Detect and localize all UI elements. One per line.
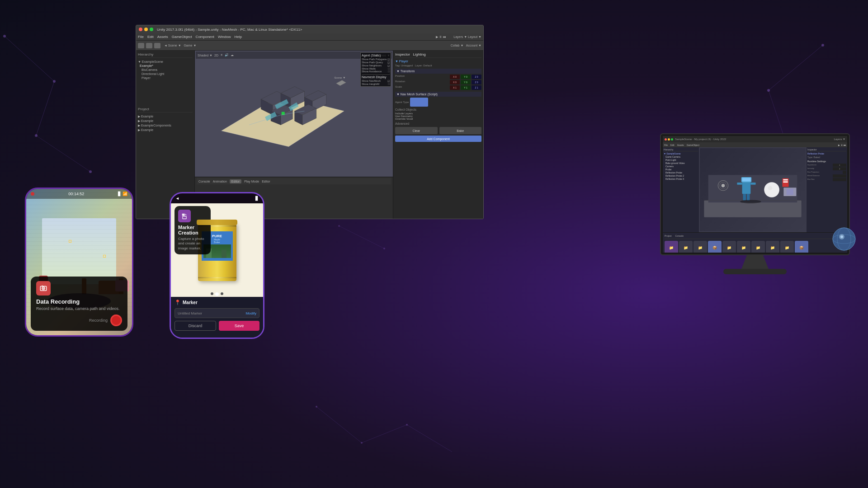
monitor-point-light[interactable]: Point Light	[665, 159, 698, 161]
monitor-refl-probe-2[interactable]: Reflection Probe 2	[665, 174, 698, 177]
svg-rect-60	[743, 194, 746, 200]
discard-button[interactable]: Discard	[175, 321, 216, 331]
save-button[interactable]: Save	[219, 321, 259, 331]
asset-folder-2[interactable]: 📁	[679, 241, 693, 253]
marker-svg-icon	[181, 213, 188, 219]
menu-file[interactable]: File	[138, 35, 144, 39]
monitor-main-area: Hierarchy ▼ SampleScene Game Camera Poin…	[663, 147, 847, 232]
phone-marker-bottom-bar: 📍 Marker Untitled Marker Modify Discard …	[171, 297, 263, 338]
marker-label-row: 📍 Marker	[175, 300, 259, 305]
can-top	[197, 220, 237, 225]
monitor-game-camera[interactable]: Game Camera	[665, 155, 698, 158]
record-indicator	[31, 192, 34, 196]
asset-folder-3[interactable]: 📁	[693, 241, 707, 253]
can-tree-2	[222, 250, 226, 258]
unity-desktop-monitor: SampleScene - My project (4) - Unity 202…	[660, 133, 850, 273]
svg-rect-58	[737, 183, 742, 185]
unity-menubar[interactable]: File Edit Assets GameObject Component Wi…	[136, 33, 483, 41]
monitor-menu-go[interactable]: GameObject	[687, 144, 699, 146]
project-tab[interactable]: Project	[665, 235, 672, 238]
record-button[interactable]	[110, 314, 122, 326]
svg-point-77	[840, 235, 843, 238]
asset-folder-5[interactable]: 📁	[737, 241, 750, 253]
data-recording-icon	[36, 281, 51, 296]
svg-rect-65	[783, 179, 788, 181]
add-component-button[interactable]: Add Component	[395, 136, 481, 142]
inspector-transform: ▼ Transform	[395, 69, 481, 74]
console-tab[interactable]: Console	[675, 235, 684, 238]
menu-component[interactable]: Component	[196, 35, 214, 39]
asset-folder-1[interactable]: 📁	[665, 241, 678, 253]
monitor-hierarchy-title: Hierarchy	[664, 148, 698, 151]
inspector-navmesh: ▼ Nav Mesh Surface (Script)	[395, 92, 481, 97]
monitor-menubar: File Edit Assets GameObject ▶ ⏸ ⏭	[663, 142, 847, 147]
phone-status-bar-marker: ◄ ▊	[171, 193, 263, 203]
asset-folder-8[interactable]: 📁	[780, 241, 794, 253]
marker-name-input[interactable]: Untitled Marker Modify	[175, 308, 259, 318]
monitor-stand	[741, 255, 769, 269]
marker-modify-link[interactable]: Modify	[245, 311, 256, 315]
monitor-layers-btn[interactable]: Layers ▼	[834, 138, 845, 141]
unity-toolbar: ◄ Scene ▼ Game ▼ Collab ▼ Account ▼	[136, 41, 483, 51]
unity-titlebar: Unity 2017.3.0f1 (64bit) - Sample.unity …	[136, 25, 483, 33]
svg-rect-51	[183, 216, 186, 219]
asset-folder-scenes[interactable]: 📦	[708, 241, 722, 253]
record-label-text: Recording	[89, 318, 108, 323]
monitor-play-btn[interactable]: ▶ ⏸ ⏭	[838, 144, 846, 146]
bake-button[interactable]: Bake	[439, 127, 482, 134]
menu-window[interactable]: Window	[218, 35, 231, 39]
project-item[interactable]: ▶ Example	[138, 128, 193, 132]
dot-1	[211, 292, 213, 295]
monitor-asset-browser: Project Console 📁 📁 📁 📦 📁 📁 📁 📁 📁 📦	[663, 232, 847, 253]
svg-rect-57	[742, 178, 751, 181]
asset-folder-6[interactable]: 📁	[751, 241, 765, 253]
phone-status-bar-data: 00:14:52 ▊ 📶	[26, 189, 132, 199]
phone-back-button[interactable]: ◄	[175, 196, 179, 201]
scene-3d-view: Shaded ▼ 2D ☀ 🔊 ☁ Gizmos ▼	[195, 51, 393, 177]
monitor-body: SampleScene - My project (4) - Unity 202…	[660, 133, 850, 255]
monitor-refl-probe-3[interactable]: Reflection Probe 3	[665, 178, 698, 180]
room-wall	[42, 218, 116, 284]
monitor-camera[interactable]: Camera	[665, 165, 698, 168]
monitor-menu-edit[interactable]: Edit	[670, 144, 675, 146]
data-recording-card: Data Recording Record surface data, came…	[31, 277, 127, 331]
project-item[interactable]: ▶ ExampleComponents	[138, 123, 193, 128]
monitor-inspector: Inspector Reflection Probe Type: Baked R…	[807, 147, 847, 232]
menu-help[interactable]: Help	[234, 35, 241, 39]
inspector-object-name: ▼ Player	[395, 60, 481, 63]
asset-folder-4[interactable]: 📁	[722, 241, 736, 253]
clear-button[interactable]: Clear	[395, 127, 438, 134]
marker-bottom-title: Marker	[183, 300, 198, 305]
svg-marker-42	[336, 80, 346, 86]
monitor-scene-name[interactable]: ▼ SampleScene	[664, 152, 698, 155]
hierarchy-item[interactable]: Example*	[138, 64, 193, 68]
hierarchy-item[interactable]: Directional Light	[138, 72, 193, 76]
monitor-video[interactable]: Bake ground Video	[665, 162, 698, 164]
menu-gameobject[interactable]: GameObject	[172, 35, 192, 39]
monitor-box-size: Box Size	[807, 178, 846, 181]
asset-folder-7[interactable]: 📁	[766, 241, 779, 253]
monitor-probe[interactable]: Probe	[665, 168, 698, 171]
phone-screen-marker: PURE Maple Butter	[171, 193, 263, 338]
monitor-menu-assets[interactable]: Assets	[677, 144, 684, 146]
ar-marker-2	[103, 255, 106, 258]
monitor-blend-distance: Blend Distance	[807, 174, 846, 178]
marker-creation-title: Marker Creation	[178, 225, 207, 235]
asset-folder-unity[interactable]: 📦	[795, 241, 808, 253]
menu-assets[interactable]: Assets	[157, 35, 168, 39]
dot-indicators	[171, 292, 263, 296]
monitor-inspector-title: Inspector	[807, 148, 846, 151]
hierarchy-item[interactable]: ▼ ExampleScene	[138, 60, 193, 64]
hierarchy-item[interactable]: BluCamera	[138, 68, 193, 72]
monitor-menu-file[interactable]: File	[664, 144, 668, 146]
record-controls: Recording	[36, 314, 122, 326]
menu-edit[interactable]: Edit	[147, 35, 154, 39]
monitor-refl-probe[interactable]: Reflection Probe	[665, 171, 698, 174]
project-item[interactable]: ▶ Example	[138, 114, 193, 119]
svg-point-63	[768, 186, 772, 190]
hierarchy-item[interactable]: Player	[138, 76, 193, 80]
svg-point-69	[722, 184, 725, 187]
project-item[interactable]: ▶ Example	[138, 119, 193, 123]
svg-rect-61	[747, 194, 750, 200]
svg-point-73	[833, 228, 855, 250]
